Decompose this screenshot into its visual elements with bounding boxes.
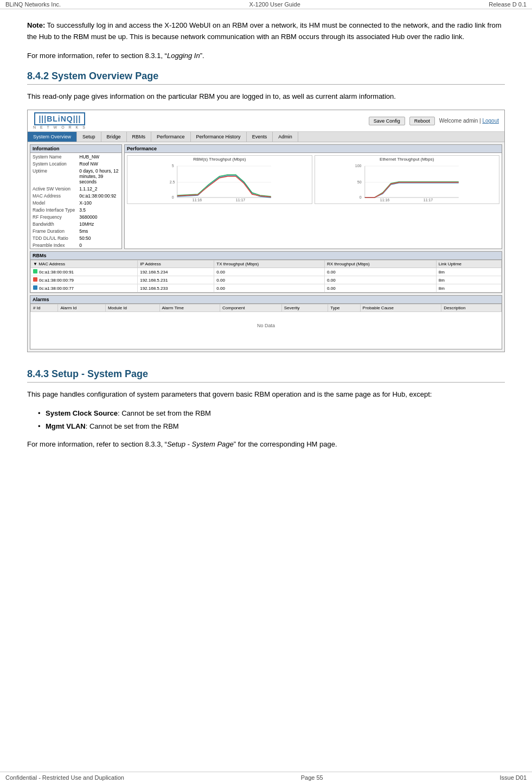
rbm-3-uptime: 8m	[436, 284, 501, 292]
nav-system-overview[interactable]: System Overview	[28, 132, 77, 142]
svg-text:11:16: 11:16	[380, 198, 389, 202]
rbm-2-status-dot	[33, 277, 37, 282]
svg-text:100: 100	[355, 164, 361, 168]
info-value-mac: 0c:a1:38:00:00:92	[77, 192, 121, 199]
alarms-col-type: Type	[328, 304, 360, 312]
info-value-uptime: 0 days, 0 hours, 12 minutes, 39 seconds	[77, 167, 121, 185]
webui-navbar: System Overview Setup Bridge RBMs Perfor…	[28, 132, 504, 142]
alarms-col-component: Component	[220, 304, 282, 312]
rbms-col-uptime: Link Uptime	[436, 260, 501, 268]
alarms-col-severity: Severity	[281, 304, 328, 312]
rbm-2-tx: 0.00	[214, 276, 325, 284]
info-label-system-name: System Name	[30, 153, 77, 160]
info-label-system-location: System Location	[30, 160, 77, 167]
info-row-system-location: System Location Roof NW	[30, 160, 121, 167]
rbm-3-mac: 0c:a1:38:00:00:77	[31, 284, 138, 292]
section-843-heading: 8.4.3 Setup - System Page	[27, 368, 505, 383]
chart-rbm-throughput: RBM(s) Throughput (Mbps) 5 2.5 0 11:16 1…	[127, 155, 312, 204]
save-config-button[interactable]: Save Config	[369, 117, 405, 125]
note-ref-text: For more information, refer to section 8…	[27, 52, 204, 60]
note-block: Note: To successfully log in and access …	[27, 20, 505, 43]
svg-text:5: 5	[172, 164, 174, 168]
info-label-mac: MAC Address	[30, 192, 77, 199]
rbm-1-tx: 0.00	[214, 268, 325, 276]
info-row-uptime: Uptime 0 days, 0 hours, 12 minutes, 39 s…	[30, 167, 121, 185]
logout-link[interactable]: Logout	[482, 118, 499, 124]
nav-bridge[interactable]: Bridge	[101, 132, 127, 142]
rbm-row-3: 0c:a1:38:00:00:77 192.168.5.233 0.00 0.0…	[31, 284, 502, 292]
chart2-title: Ethernet Throughput (Mbps)	[315, 156, 499, 163]
alarms-table: # Id Alarm Id Module Id Alarm Time Compo…	[30, 304, 502, 312]
info-row-rf-freq: RF Frequency 3680000	[30, 213, 121, 220]
header-center: X-1200 User Guide	[249, 1, 300, 8]
info-value-preamble: 0	[77, 241, 121, 249]
rbm-3-tx: 0.00	[214, 284, 325, 292]
note-text: To successfully log in and access the X-…	[27, 21, 502, 41]
rbm-row-2: 0c:a1:38:00:00:79 192.168.5.231 0.00 0.0…	[31, 276, 502, 284]
info-panel: Information System Name HUB_NW System Lo…	[30, 144, 122, 249]
bullet-system-clock: System Clock Source: Cannot be set from …	[38, 407, 505, 419]
rbms-col-ip: IP Address	[138, 260, 214, 268]
header-left: BLiNQ Networks Inc.	[5, 1, 61, 8]
webui-body: Information System Name HUB_NW System Lo…	[28, 142, 504, 352]
info-label-model: Model	[30, 199, 77, 206]
info-label-sw-version: Active SW Version	[30, 185, 77, 192]
info-row-preamble: Preamble Index 0	[30, 241, 121, 249]
note-label: Note:	[27, 21, 45, 29]
svg-text:11:17: 11:17	[423, 198, 433, 202]
alarms-table-header-row: # Id Alarm Id Module Id Alarm Time Compo…	[31, 304, 502, 312]
header-right: Release D 0.1	[489, 1, 527, 8]
alarms-col-alarm-time: Alarm Time	[159, 304, 220, 312]
bullet-mgmt-vlan-text: : Cannot be set from the RBM	[86, 422, 179, 430]
section-842-intro: This read-only page gives information on…	[27, 91, 505, 103]
rbm-3-rx: 0.00	[325, 284, 437, 292]
footer-right: Issue D01	[499, 774, 527, 781]
webui-logo-text: |||BLiNQ|||	[34, 112, 85, 125]
rbm-2-rx: 0.00	[325, 276, 437, 284]
webui-screenshot: |||BLiNQ||| N E T W O R K S Save Config …	[27, 110, 505, 352]
alarms-col-probable-cause: Probable Cause	[360, 304, 441, 312]
info-label-uptime: Uptime	[30, 167, 77, 185]
webui-logo: |||BLiNQ||| N E T W O R K S	[33, 112, 87, 129]
info-table: System Name HUB_NW System Location Roof …	[30, 153, 121, 249]
info-row-frame-duration: Frame Duration 5ms	[30, 227, 121, 234]
bullet-system-clock-text: : Cannot be set from the RBM	[118, 409, 211, 417]
section-843-ref: For more information, refer to section 8…	[27, 439, 505, 450]
perf-panel-header: Performance	[125, 145, 502, 153]
info-value-model: X-100	[77, 199, 121, 206]
section-843-ref-text: For more information, refer to section 8…	[27, 440, 337, 448]
nav-events[interactable]: Events	[247, 132, 273, 142]
footer-center: Page 55	[301, 774, 323, 781]
svg-text:0: 0	[172, 195, 174, 199]
info-row-radio-interface: Radio Interface Type 3.5	[30, 206, 121, 213]
bullet-mgmt-vlan: Mgmt VLAN: Cannot be set from the RBM	[38, 420, 505, 432]
rbms-col-rx: RX throughput (Mbps)	[325, 260, 437, 268]
nav-performance[interactable]: Performance	[151, 132, 191, 142]
info-value-frame-duration: 5ms	[77, 227, 121, 234]
info-row-model: Model X-100	[30, 199, 121, 206]
page-header: BLiNQ Networks Inc. X-1200 User Guide Re…	[0, 0, 532, 9]
rbms-panel-header: RBMs	[30, 252, 502, 260]
nav-performance-history[interactable]: Performance History	[191, 132, 247, 142]
alarms-panel: Alarms # Id Alarm Id Module Id Alarm Tim…	[30, 295, 502, 349]
info-label-frame-duration: Frame Duration	[30, 227, 77, 234]
nav-rbms[interactable]: RBMs	[127, 132, 152, 142]
chart2-svg: 100 50 0 11:16 11:17	[315, 163, 499, 202]
main-content: Note: To successfully log in and access …	[0, 9, 532, 483]
rbms-col-tx: TX throughput (Mbps)	[214, 260, 325, 268]
info-panel-header: Information	[30, 145, 121, 153]
info-label-bandwidth: Bandwidth	[30, 220, 77, 227]
reboot-button[interactable]: Reboot	[409, 117, 435, 125]
info-row-sw-version: Active SW Version 1.1.12_2	[30, 185, 121, 192]
rbm-1-status-dot	[33, 269, 37, 273]
webui-topbar: |||BLiNQ||| N E T W O R K S Save Config …	[28, 110, 504, 132]
rbms-table-header-row: ▼ MAC Address IP Address TX throughput (…	[31, 260, 502, 268]
info-value-system-name: HUB_NW	[77, 153, 121, 160]
info-value-radio-interface: 3.5	[77, 206, 121, 213]
info-label-rf-freq: RF Frequency	[30, 213, 77, 220]
rbm-3-status-dot	[33, 285, 37, 290]
info-row-tdd: TDD DL/UL Ratio 50:50	[30, 234, 121, 241]
info-value-system-location: Roof NW	[77, 160, 121, 167]
nav-admin[interactable]: Admin	[273, 132, 298, 142]
nav-setup[interactable]: Setup	[77, 132, 101, 142]
